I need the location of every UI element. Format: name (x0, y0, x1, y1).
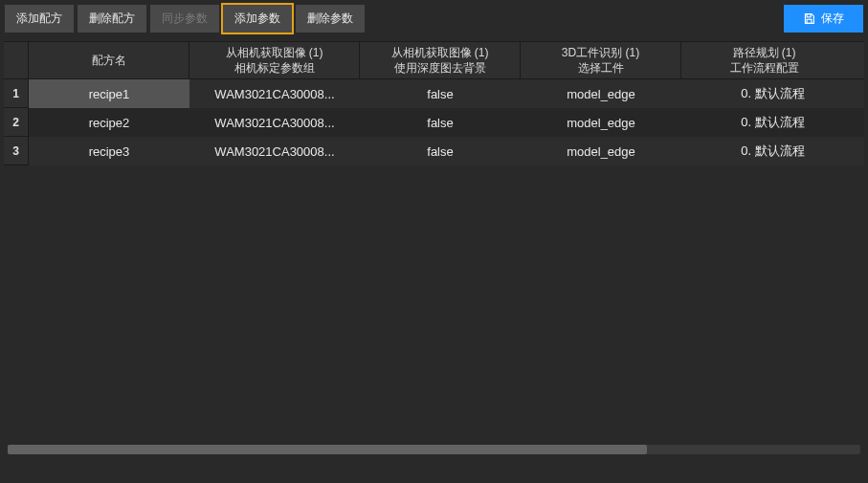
cell-recipe-name[interactable]: recipe1 (29, 79, 189, 108)
table-row[interactable]: 2recipe2WAM3021CA30008...falsemodel_edge… (4, 108, 864, 137)
header-scroll-pad (847, 42, 864, 78)
sync-params-button: 同步参数 (150, 5, 219, 33)
save-icon (803, 12, 815, 25)
cell-depth-bg[interactable]: false (360, 108, 521, 137)
column-depth-bg[interactable]: 从相机获取图像 (1) 使用深度图去背景 (360, 42, 521, 78)
table-row[interactable]: 1recipe1WAM3021CA30008...falsemodel_edge… (4, 79, 864, 108)
row-index[interactable]: 3 (4, 137, 29, 165)
cell-workflow-config[interactable]: 0. 默认流程 (681, 137, 864, 165)
header-corner (4, 42, 29, 78)
table-row[interactable]: 3recipe3WAM3021CA30008...falsemodel_edge… (4, 137, 864, 165)
save-label: 保存 (821, 11, 844, 27)
column-recipe-name[interactable]: 配方名 (29, 42, 189, 78)
cell-recipe-name[interactable]: recipe2 (29, 108, 189, 137)
delete-param-button[interactable]: 删除参数 (296, 5, 365, 33)
cell-workflow-config[interactable]: 0. 默认流程 (681, 108, 864, 137)
save-button[interactable]: 保存 (784, 5, 863, 33)
toolbar: 添加配方 删除配方 同步参数 添加参数 删除参数 保存 (0, 0, 868, 37)
cell-depth-bg[interactable]: false (360, 79, 521, 108)
cell-depth-bg[interactable]: false (360, 137, 521, 165)
horizontal-scrollbar-thumb[interactable] (8, 445, 647, 454)
cell-select-workpiece[interactable]: model_edge (521, 79, 681, 108)
svg-rect-0 (807, 14, 811, 17)
horizontal-scrollbar[interactable] (8, 445, 860, 454)
column-select-workpiece[interactable]: 3D工件识别 (1) 选择工件 (521, 42, 681, 78)
recipe-table: 配方名 从相机获取图像 (1) 相机标定参数组 从相机获取图像 (1) 使用深度… (0, 37, 868, 165)
cell-recipe-name[interactable]: recipe3 (29, 137, 189, 165)
cell-camera-calib[interactable]: WAM3021CA30008... (189, 108, 360, 137)
cell-workflow-config[interactable]: 0. 默认流程 (681, 79, 864, 108)
cell-camera-calib[interactable]: WAM3021CA30008... (189, 79, 360, 108)
add-recipe-button[interactable]: 添加配方 (5, 5, 74, 33)
delete-recipe-button[interactable]: 删除配方 (78, 5, 146, 33)
cell-camera-calib[interactable]: WAM3021CA30008... (189, 137, 360, 165)
row-index[interactable]: 1 (4, 79, 29, 108)
cell-select-workpiece[interactable]: model_edge (521, 137, 681, 165)
cell-select-workpiece[interactable]: model_edge (521, 108, 681, 137)
svg-rect-1 (807, 19, 812, 23)
column-workflow-config[interactable]: 路径规划 (1) 工作流程配置 (681, 42, 847, 78)
row-index[interactable]: 2 (4, 108, 29, 137)
column-camera-calib[interactable]: 从相机获取图像 (1) 相机标定参数组 (189, 42, 360, 78)
table-header: 配方名 从相机获取图像 (1) 相机标定参数组 从相机获取图像 (1) 使用深度… (4, 41, 864, 79)
table-body: 1recipe1WAM3021CA30008...falsemodel_edge… (4, 79, 864, 165)
add-param-button[interactable]: 添加参数 (223, 5, 292, 33)
